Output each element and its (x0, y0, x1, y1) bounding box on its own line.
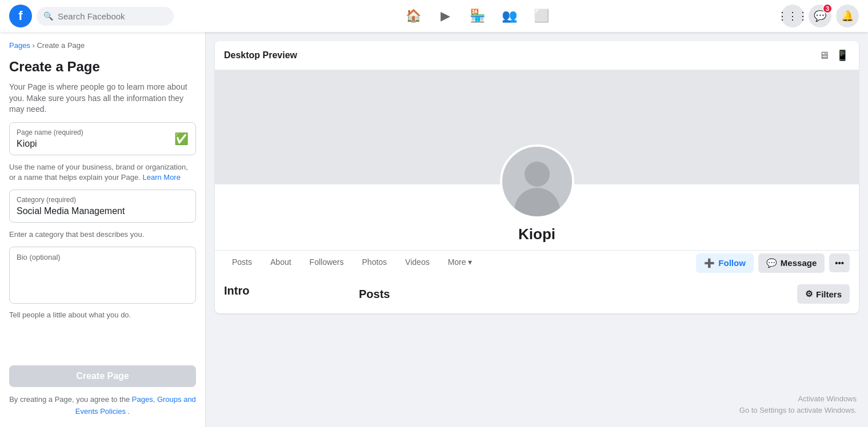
category-hint: Enter a category that best describes you… (9, 229, 196, 240)
windows-line1: Activate Windows (739, 393, 857, 405)
nav-video-btn[interactable]: ▶ (432, 2, 459, 30)
messenger-badge: 3 (822, 3, 833, 14)
category-input[interactable] (17, 206, 189, 216)
page-main-title: Create a Page (9, 59, 196, 75)
bio-field[interactable]: Bio (optional) (9, 247, 196, 304)
tab-photos[interactable]: Photos (354, 251, 395, 275)
messenger-btn[interactable]: 💬 3 (809, 5, 831, 27)
cover-area (215, 70, 859, 184)
nav-home-btn[interactable]: 🏠 (400, 2, 427, 30)
preview-icons: 🖥 📱 (818, 48, 850, 63)
bio-hint: Tell people a little about what you do. (9, 311, 196, 319)
filters-button[interactable]: ⚙ Filters (797, 284, 850, 304)
mobile-view-btn[interactable]: 📱 (835, 48, 850, 63)
posts-header: Posts ⚙ Filters (359, 284, 850, 304)
posts-column: Posts ⚙ Filters (359, 284, 850, 304)
tab-followers[interactable]: Followers (302, 251, 352, 275)
page-name-hint: Use the name of your business, brand or … (9, 162, 196, 183)
page-name-field[interactable]: Page name (required) ✅ (9, 122, 196, 155)
search-input[interactable] (58, 11, 167, 21)
windows-watermark: Activate Windows Go to Settings to activ… (739, 393, 857, 416)
left-panel: Pages › Create a Page Create a Page Your… (0, 32, 206, 427)
message-button[interactable]: 💬 Message (758, 253, 825, 273)
category-field[interactable]: Category (required) (9, 190, 196, 223)
pages-policy-link[interactable]: Pages (132, 395, 153, 404)
message-icon: 💬 (766, 258, 777, 268)
breadcrumb: Pages › Create a Page (9, 41, 196, 50)
preview-tabs: Posts About Followers Photos Videos More… (215, 250, 859, 275)
follow-icon: ➕ (704, 258, 715, 268)
nav-groups-btn[interactable]: 👥 (496, 2, 523, 30)
page-name-preview: Kiopi (215, 225, 859, 250)
page-name-input[interactable] (17, 139, 189, 149)
preview-card: Desktop Preview 🖥 📱 K (215, 41, 859, 313)
main-layout: Pages › Create a Page Create a Page Your… (0, 32, 868, 427)
facebook-logo: f (9, 5, 32, 27)
check-icon: ✅ (174, 132, 189, 146)
desktop-view-btn[interactable]: 🖥 (818, 48, 830, 63)
preview-header: Desktop Preview 🖥 📱 (215, 41, 859, 70)
filters-icon: ⚙ (805, 289, 813, 299)
more-actions-button[interactable]: ••• (829, 253, 850, 272)
create-page-button[interactable]: Create Page (9, 365, 196, 387)
nav-marketplace-btn[interactable]: 🏪 (464, 2, 491, 30)
notifications-btn[interactable]: 🔔 (836, 5, 859, 27)
learn-more-link[interactable]: Learn More (142, 173, 180, 182)
page-description: Your Page is where people go to learn mo… (9, 82, 196, 115)
preview-content: Intro Posts ⚙ Filters (215, 275, 859, 313)
tab-posts[interactable]: Posts (224, 251, 260, 275)
windows-line2: Go to Settings to activate Windows. (739, 405, 857, 416)
category-label: Category (required) (17, 196, 189, 204)
filters-label: Filters (816, 289, 842, 299)
preview-title: Desktop Preview (224, 50, 297, 61)
avatar-head (525, 162, 550, 187)
avatar-person (502, 147, 572, 216)
avatar-body (514, 188, 560, 216)
search-bar-container[interactable]: 🔍 (37, 7, 174, 26)
profile-avatar (500, 144, 574, 219)
follow-label: Follow (718, 258, 746, 268)
search-icon: 🔍 (43, 11, 53, 21)
preview-actions: ➕ Follow 💬 Message ••• (696, 253, 850, 273)
intro-column: Intro (224, 284, 350, 304)
nav-right: ⋮⋮⋮ 💬 3 🔔 (781, 5, 859, 27)
intro-title: Intro (224, 284, 350, 297)
apps-btn[interactable]: ⋮⋮⋮ (781, 5, 804, 27)
tab-more[interactable]: More ▾ (440, 251, 481, 275)
tab-about[interactable]: About (262, 251, 299, 275)
top-nav: f 🔍 🏠 ▶ 🏪 👥 ⬜ ⋮⋮⋮ 💬 3 🔔 (0, 0, 868, 32)
page-name-label: Page name (required) (17, 128, 189, 136)
profile-avatar-wrapper (500, 144, 574, 219)
nav-gaming-btn[interactable]: ⬜ (528, 2, 555, 30)
breadcrumb-pages-link[interactable]: Pages (9, 41, 30, 50)
follow-button[interactable]: ➕ Follow (696, 253, 754, 273)
right-panel: Desktop Preview 🖥 📱 K (206, 32, 868, 427)
bio-label: Bio (optional) (17, 253, 189, 261)
bottom-links: By creating a Page, you agree to the Pag… (9, 394, 196, 418)
tab-videos[interactable]: Videos (397, 251, 438, 275)
message-label: Message (781, 258, 817, 268)
posts-title: Posts (359, 288, 390, 301)
nav-center: 🏠 ▶ 🏪 👥 ⬜ (178, 2, 777, 30)
breadcrumb-current: Create a Page (37, 41, 85, 50)
